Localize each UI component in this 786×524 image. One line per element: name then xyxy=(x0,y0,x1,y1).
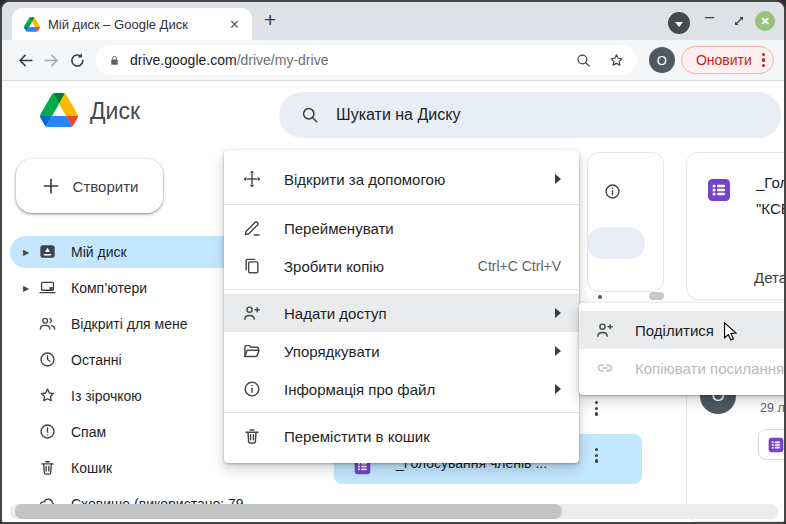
submenu-item-share[interactable]: Поділитися xyxy=(579,311,784,349)
menu-item-move-to-trash[interactable]: Перемістити в кошик xyxy=(224,417,579,455)
url-domain: drive.google.com xyxy=(130,52,237,68)
carousel-thumb[interactable] xyxy=(649,292,664,300)
drive-logo xyxy=(40,93,78,127)
forward-button[interactable] xyxy=(38,51,64,70)
forms-icon xyxy=(707,178,731,202)
submenu-item-copy-link[interactable]: Копіювати посилання xyxy=(579,349,784,387)
sidebar-label: Мій диск xyxy=(71,244,127,260)
person-plus-icon xyxy=(242,303,264,323)
scrollbar-thumb[interactable] xyxy=(15,504,562,519)
address-bar[interactable]: drive.google.com/drive/my-drive xyxy=(96,45,637,75)
file-card-preview-text: Дета xyxy=(754,269,784,286)
star-icon xyxy=(38,386,58,406)
profile-avatar[interactable]: О xyxy=(649,47,675,73)
reload-button[interactable] xyxy=(64,51,90,70)
preview-placeholder xyxy=(587,227,645,259)
file-row-menu-icon[interactable] xyxy=(595,448,598,463)
submenu-arrow-icon xyxy=(555,346,561,356)
horizontal-scrollbar[interactable] xyxy=(10,504,778,519)
menu-item-file-info[interactable]: Інформація про файл xyxy=(224,370,579,408)
link-icon xyxy=(595,358,617,378)
sidebar: ▶ Мій диск ▶ Комп’ютери Відкриті для мен… xyxy=(10,236,250,522)
bookmark-star-icon[interactable] xyxy=(608,52,625,69)
tab-search-button[interactable] xyxy=(668,12,690,34)
search-placeholder: Шукати на Диску xyxy=(336,106,460,124)
menu-divider xyxy=(224,289,579,290)
tab-close-icon[interactable]: ✕ xyxy=(225,17,244,32)
people-icon xyxy=(38,314,58,334)
create-label: Створити xyxy=(73,178,139,195)
sidebar-item-starred[interactable]: Із зірочкою xyxy=(10,380,250,412)
sidebar-label: Комп’ютери xyxy=(71,280,147,296)
menu-item-make-copy[interactable]: Зробити копію Ctrl+C Ctrl+V xyxy=(224,247,579,285)
drive-favicon xyxy=(24,17,40,32)
suggested-file-card[interactable]: _Гол"КСЕ Дета xyxy=(686,152,784,300)
file-row-menu-icon[interactable] xyxy=(595,401,598,416)
sidebar-item-computers[interactable]: ▶ Комп’ютери xyxy=(10,272,250,304)
folder-icon xyxy=(242,341,264,361)
sidebar-item-recent[interactable]: Останні xyxy=(10,344,250,376)
trash-icon xyxy=(38,458,58,478)
sidebar-label: Спам xyxy=(71,424,106,440)
app-name: Диск xyxy=(90,98,140,125)
url-text: drive.google.com/drive/my-drive xyxy=(130,52,328,68)
create-button[interactable]: Створити xyxy=(16,159,163,213)
context-menu: Відкрити за допомогою Перейменувати Зроб… xyxy=(224,150,579,463)
plus-icon xyxy=(41,176,61,196)
activity-date: 29 л xyxy=(760,401,784,415)
minimize-button[interactable]: – xyxy=(705,8,714,26)
chevron-down-icon xyxy=(675,22,683,27)
update-label: Оновити xyxy=(696,52,752,68)
open-with-icon xyxy=(242,169,264,189)
menu-item-organize[interactable]: Упорядкувати xyxy=(224,332,579,370)
copy-icon xyxy=(242,256,264,276)
sidebar-item-shared-with-me[interactable]: Відкриті для мене xyxy=(10,308,250,340)
clock-icon xyxy=(38,350,58,370)
new-tab-button[interactable]: + xyxy=(264,7,276,33)
sidebar-label: Останні xyxy=(71,352,122,368)
submenu-arrow-icon xyxy=(555,384,561,394)
spam-icon xyxy=(38,422,58,442)
url-path: /drive/my-drive xyxy=(237,52,329,68)
search-icon xyxy=(300,105,320,125)
menu-divider xyxy=(224,204,579,205)
browser-window: Мій диск – Google Диск ✕ + – ✕ drive.goo… xyxy=(0,0,786,524)
my-drive-icon xyxy=(38,242,58,262)
browser-tab[interactable]: Мій диск – Google Диск ✕ xyxy=(12,8,252,40)
drive-page: Диск Шукати на Диску Створити ▶ Мій диск… xyxy=(2,81,784,522)
menu-item-open-with[interactable]: Відкрити за допомогою xyxy=(224,158,579,200)
lock-icon xyxy=(108,54,121,67)
restore-button[interactable] xyxy=(733,14,745,30)
trash-icon xyxy=(242,426,264,446)
carousel-dot xyxy=(598,295,602,299)
zoom-icon[interactable] xyxy=(575,52,592,69)
expand-arrow-icon[interactable]: ▶ xyxy=(18,284,34,293)
sidebar-item-spam[interactable]: Спам xyxy=(10,416,250,448)
browser-menu-icon[interactable] xyxy=(762,53,765,68)
sidebar-item-my-drive[interactable]: ▶ Мій диск xyxy=(10,236,250,268)
sidebar-label: Кошик xyxy=(71,460,112,476)
search-input[interactable]: Шукати на Диску xyxy=(279,92,781,138)
laptop-icon xyxy=(38,278,58,298)
share-submenu: Поділитися Копіювати посилання xyxy=(579,303,784,395)
person-plus-icon xyxy=(595,320,617,340)
menu-item-share[interactable]: Надати доступ xyxy=(224,294,579,332)
pencil-icon xyxy=(242,218,264,238)
update-chrome-button[interactable]: Оновити xyxy=(681,46,774,74)
mouse-cursor xyxy=(722,322,740,344)
sidebar-label: Відкриті для мене xyxy=(71,316,188,332)
back-button[interactable] xyxy=(12,51,38,70)
suggested-card-preview[interactable] xyxy=(587,152,664,292)
tab-strip: Мій диск – Google Диск ✕ + – ✕ xyxy=(2,2,784,40)
submenu-arrow-icon xyxy=(555,174,561,184)
shortcut-label: Ctrl+C Ctrl+V xyxy=(478,258,561,274)
tab-title: Мій диск – Google Диск xyxy=(48,17,225,32)
info-icon xyxy=(242,379,264,399)
close-button[interactable]: ✕ xyxy=(755,11,775,31)
forms-icon xyxy=(768,437,784,453)
menu-item-rename[interactable]: Перейменувати xyxy=(224,209,579,247)
submenu-arrow-icon xyxy=(555,308,561,318)
expand-arrow-icon[interactable]: ▶ xyxy=(18,248,34,257)
sidebar-item-trash[interactable]: Кошик xyxy=(10,452,250,484)
file-type-chip xyxy=(758,429,784,460)
